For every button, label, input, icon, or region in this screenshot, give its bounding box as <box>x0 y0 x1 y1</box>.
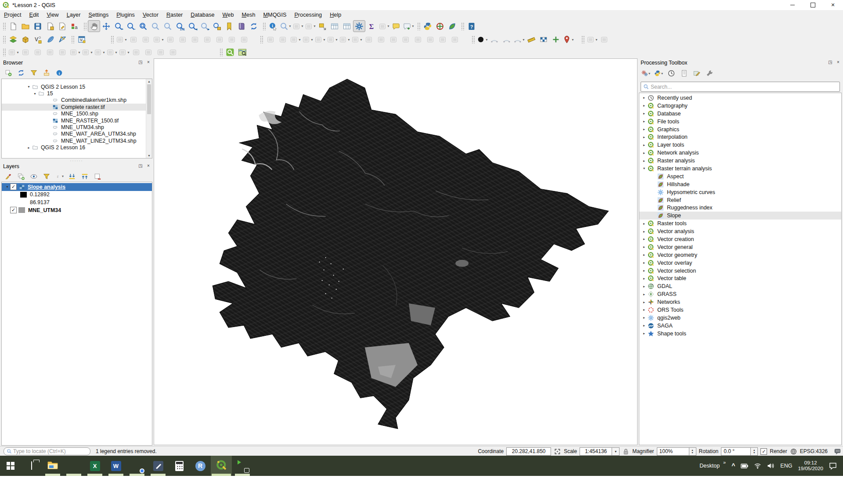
tree-expand-arrow[interactable]: ▸ <box>641 245 647 249</box>
close-button[interactable]: ✕ <box>823 0 843 10</box>
project-properties-button[interactable] <box>56 20 68 32</box>
decoration-grid-button[interactable] <box>537 34 550 46</box>
rotate-point-symbols-button[interactable] <box>167 47 179 58</box>
add-group-button[interactable] <box>17 172 25 181</box>
statistics-button[interactable] <box>365 20 378 32</box>
zoom-to-layer-button[interactable] <box>162 20 174 32</box>
open-attribute-table-button[interactable] <box>328 20 341 32</box>
file-mne-1500[interactable]: MNE_1500.shp <box>2 111 152 117</box>
rotate-label-button[interactable]: ▾ <box>350 34 363 46</box>
menu-item[interactable]: Vector <box>139 11 162 19</box>
tree-expand-arrow[interactable]: ▸ <box>641 269 647 273</box>
tree-expand-arrow[interactable]: ▸ <box>641 277 647 281</box>
osm-place-search-button[interactable] <box>224 47 236 58</box>
tree-expand-arrow[interactable]: ▸ <box>641 324 647 328</box>
regular-polygon-button[interactable]: ▾ <box>513 34 525 46</box>
python-console-button[interactable] <box>422 20 434 32</box>
new-project-button[interactable] <box>7 20 19 32</box>
options-button[interactable] <box>705 69 714 78</box>
layer-labeling-button[interactable] <box>277 34 289 46</box>
annotation-scalebar-button[interactable] <box>525 34 537 46</box>
zoom-to-selection-button[interactable] <box>149 20 162 32</box>
add-selected-layers-button[interactable] <box>4 68 13 77</box>
journal-button[interactable] <box>148 456 169 476</box>
results-viewer-button[interactable] <box>680 69 688 78</box>
zoom-full-button[interactable] <box>137 20 149 32</box>
toolbox-alg-ruggedness-index[interactable]: Ruggedness index <box>639 204 841 212</box>
tree-expand-arrow[interactable]: ▸ <box>641 104 647 108</box>
magnifier-input[interactable]: 100% <box>657 447 689 456</box>
measure-button[interactable]: ▾ <box>378 20 390 32</box>
pan-to-selection-button[interactable] <box>100 20 112 32</box>
delete-selected-button[interactable] <box>177 34 189 46</box>
toolbox-group-vector-selection[interactable]: ▸ Vector selection <box>639 267 841 275</box>
wifi-icon[interactable] <box>754 463 761 469</box>
grass-tools-button[interactable] <box>434 20 446 32</box>
extra-tools2-button[interactable] <box>598 34 610 46</box>
tree-expand-arrow[interactable]: ▸ <box>641 284 647 288</box>
qgis-taskbar-button[interactable] <box>211 456 232 476</box>
render-checkbox[interactable]: ✓ <box>760 448 767 455</box>
layer-expand-arrow[interactable]: ▾ <box>4 185 10 189</box>
new-geopackage-button[interactable] <box>19 34 32 46</box>
file-combinedlakeriver1km[interactable]: Combinedlakeriver1km.shp <box>2 97 152 104</box>
label-toolbar-button[interactable] <box>264 34 277 46</box>
layers-float-button[interactable]: ◳ <box>137 162 144 169</box>
extents-toggle-icon[interactable] <box>554 448 561 455</box>
layer-visibility-checkbox[interactable]: ✓ <box>10 207 17 213</box>
ellipse-digitize-button[interactable] <box>501 34 513 46</box>
tree-expand-arrow[interactable]: ▸ <box>641 261 647 265</box>
expand-all-button[interactable] <box>68 172 76 181</box>
rotation-spinner[interactable]: ▲▼ <box>751 447 758 456</box>
tree-expand-arrow[interactable]: ▸ <box>641 112 647 115</box>
tree-expand-arrow[interactable]: ▸ <box>641 159 647 163</box>
hidden-icons-chevron[interactable]: ^ <box>731 462 735 469</box>
rotate-feature-button[interactable] <box>130 47 142 58</box>
toolbox-alg-relief[interactable]: Relief <box>639 196 841 204</box>
layer-item-mne-utm34[interactable]: ✓ MNE_UTM34 <box>2 206 152 214</box>
menu-item[interactable]: Layer <box>63 11 85 19</box>
tree-expand-arrow[interactable]: ▸ <box>641 151 647 155</box>
coordinate-input[interactable]: 20.282,41.850 <box>506 447 551 456</box>
toolbox-group-recently-used[interactable]: ▸ Recently used <box>639 94 841 102</box>
edge-button[interactable] <box>63 456 84 476</box>
offset-curve-button[interactable]: ▾ <box>105 47 118 58</box>
form-annotation-button[interactable] <box>436 34 449 46</box>
desktop-overflow-chevron[interactable]: » <box>723 460 726 465</box>
tree-expand-arrow[interactable]: ▸ <box>641 96 647 100</box>
tree-expand-arrow[interactable]: ▾ <box>26 85 32 89</box>
locate-input[interactable]: Type to locate (Ctrl+K) <box>4 447 90 455</box>
fill-ring-button[interactable]: ▾ <box>93 47 105 58</box>
toolbox-group-vector-analysis[interactable]: ▸ Vector analysis <box>639 227 841 235</box>
zoom-in-button[interactable]: + <box>112 20 125 32</box>
crs-globe-icon[interactable] <box>790 448 797 455</box>
file-explorer-button[interactable] <box>42 456 63 476</box>
toolbox-group-raster-analysis[interactable]: ▸ Raster analysis <box>639 157 841 165</box>
menu-item[interactable]: Raster <box>162 11 187 19</box>
topology-checker-button[interactable]: ▾ <box>7 47 19 58</box>
calculator-button[interactable] <box>169 456 190 476</box>
excel-button[interactable]: X <box>84 456 105 476</box>
toolbox-group-raster-tools[interactable]: ▸ Raster tools <box>639 220 841 227</box>
toolbox-close-button[interactable]: × <box>835 59 841 65</box>
toolbar-grip[interactable] <box>71 36 74 43</box>
new-bookmark-button[interactable] <box>223 20 235 32</box>
refresh-map-button[interactable] <box>248 20 260 32</box>
refresh-browser-button[interactable] <box>17 68 25 77</box>
pin-labels-button[interactable]: ▾ <box>313 34 326 46</box>
toolbox-search-input[interactable]: Search... <box>641 82 840 92</box>
tree-expand-arrow[interactable]: ▾ <box>32 92 38 96</box>
zoom-out-button[interactable]: − <box>125 20 137 32</box>
extra-tools-button[interactable]: ▾ <box>586 34 598 46</box>
zoom-last-button[interactable]: ◂ <box>186 20 198 32</box>
toolbox-provider-qgis2web[interactable]: ▸ qgis2web <box>639 314 841 322</box>
language-indicator[interactable]: ENG <box>780 463 792 469</box>
save-project-button[interactable] <box>32 20 44 32</box>
toolbox-provider-grass[interactable]: ▸ GRASS <box>639 290 841 298</box>
minimize-button[interactable] <box>782 0 803 10</box>
toolbox-group-vector-overlay[interactable]: ▸ Vector overlay <box>639 259 841 267</box>
toolbox-group-network-analysis[interactable]: ▸ Network analysis <box>639 149 841 157</box>
toolbar-grip[interactable] <box>260 36 263 43</box>
file-mne-utm34[interactable]: MNE_UTM34.shp <box>2 124 152 130</box>
current-edits-button[interactable]: ▾ <box>115 34 127 46</box>
